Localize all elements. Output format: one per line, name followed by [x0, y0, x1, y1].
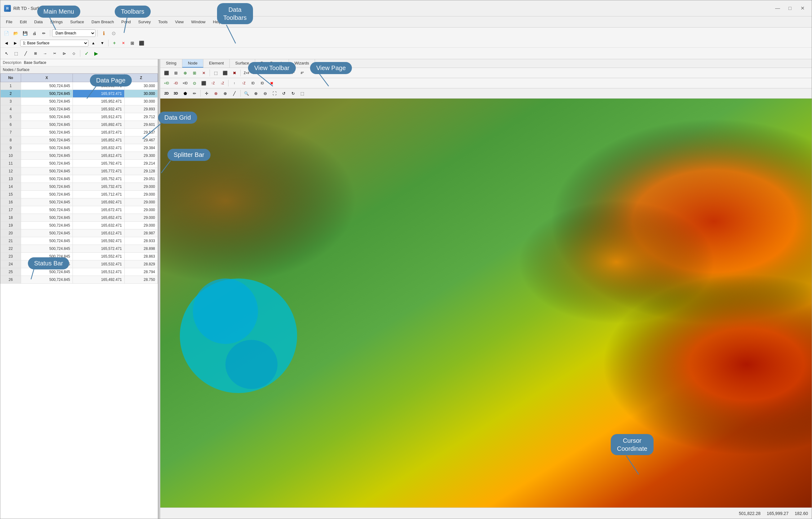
table-row[interactable]: 9500,724.845165,832.47129.384 — [1, 144, 158, 152]
id-z-btn1[interactable]: Z+# — [242, 69, 251, 77]
z-up-btn[interactable]: ↑Z — [209, 79, 218, 87]
table-row[interactable]: 5500,724.845165,912.47129.712 — [1, 113, 158, 121]
table-row[interactable]: 26500,724.845165,492.47128.750 — [1, 276, 158, 284]
menu-pond[interactable]: Pond — [118, 18, 134, 25]
add-node-button[interactable]: + — [110, 39, 118, 47]
id-btn3[interactable]: #° — [279, 69, 288, 77]
node-3d-btn[interactable]: ⬛ — [162, 69, 171, 77]
menu-edit[interactable]: Edit — [17, 18, 30, 25]
table-row[interactable]: 21500,724.845165,592.47128.933 — [1, 237, 158, 245]
snap-tool[interactable]: ◇ — [69, 49, 78, 57]
maximize-button[interactable]: □ — [784, 4, 795, 13]
table-row[interactable]: 18500,724.845165,652.47129.000 — [1, 214, 158, 222]
extend-tool[interactable]: ⊳ — [60, 49, 68, 57]
back-button[interactable]: ◀ — [2, 39, 10, 47]
3d-view-btn[interactable]: 3D — [171, 89, 180, 97]
id-btn4[interactable]: #° — [289, 69, 297, 77]
2d-view-btn[interactable]: 2D — [162, 89, 171, 97]
nav-down-button[interactable]: ▼ — [98, 39, 106, 47]
zoom-out-btn[interactable]: ⊖ — [261, 89, 269, 97]
menu-view[interactable]: View — [172, 18, 187, 25]
delete-node-button[interactable]: ✕ — [119, 39, 127, 47]
table-row[interactable]: 10500,724.845165,812.47129.300 — [1, 152, 158, 160]
table-row[interactable]: 17500,724.845165,672.47129.000 — [1, 206, 158, 214]
select-box-tool[interactable]: ⬚ — [12, 49, 21, 57]
snap-remove-btn[interactable]: ⊗ — [211, 89, 220, 97]
save-button[interactable]: 💾 — [21, 29, 29, 37]
run-button[interactable]: ▶ — [92, 49, 100, 57]
node-del-btn[interactable]: ✕ — [199, 69, 208, 77]
table-row[interactable]: 13500,724.845165,752.47129.051 — [1, 175, 158, 183]
pt-id-btn[interactable]: ID — [249, 79, 257, 87]
zoom-fit-btn[interactable]: ⛶ — [270, 89, 279, 97]
table-row[interactable]: 20500,724.845165,612.47128.987 — [1, 229, 158, 237]
toggle-button[interactable]: ⊙ — [109, 29, 118, 37]
zoom-box-btn[interactable]: 🔍 — [242, 89, 251, 97]
trim-tool[interactable]: ✂ — [50, 49, 59, 57]
id-btn5[interactable]: #° — [298, 69, 307, 77]
z-dn-btn[interactable]: ↓Z — [218, 79, 227, 87]
polygon-btn[interactable]: ⬟ — [181, 89, 190, 97]
table-row[interactable]: 24500,724.845165,532.47128.829 — [1, 260, 158, 268]
pan-tool[interactable]: ⊞ — [31, 49, 40, 57]
table-row[interactable]: 11500,724.845165,792.47129.214 — [1, 160, 158, 167]
tab-string[interactable]: String — [160, 59, 182, 67]
sub-id-btn[interactable]: -ID — [171, 79, 180, 87]
menu-window[interactable]: Window — [188, 18, 209, 25]
crosshair-btn[interactable]: ✛ — [202, 89, 211, 97]
map-canvas[interactable] — [160, 98, 812, 508]
open-button[interactable]: 📂 — [11, 29, 20, 37]
layers-btn[interactable]: ⬚ — [298, 89, 307, 97]
tab-surface[interactable]: Surface — [230, 59, 255, 67]
menu-dam-breach[interactable]: Dam Breach — [88, 18, 117, 25]
table-row[interactable]: 3500,724.845165,952.47130.000 — [1, 98, 158, 106]
table-row[interactable]: 15500,724.845165,712.47129.000 — [1, 191, 158, 198]
table-row[interactable]: 23500,724.845165,552.47128.863 — [1, 253, 158, 260]
eraser-btn[interactable]: ✏ — [190, 89, 199, 97]
snap-add-btn[interactable]: ⊕ — [221, 89, 229, 97]
menu-surface[interactable]: Surface — [67, 18, 87, 25]
table-row[interactable]: 6500,724.845165,892.47129.601 — [1, 121, 158, 129]
zoom-prev-btn[interactable]: ↺ — [279, 89, 288, 97]
table-row[interactable]: 25500,724.845165,512.47128.794 — [1, 268, 158, 276]
tab-element[interactable]: Element — [203, 59, 230, 67]
info-button[interactable]: ℹ — [99, 29, 108, 37]
menu-data[interactable]: Data — [31, 18, 46, 25]
edit-button[interactable]: ✏ — [39, 29, 48, 37]
pt-id2-btn[interactable]: ID — [258, 79, 267, 87]
table-row[interactable]: 22500,724.845165,572.47128.898 — [1, 245, 158, 253]
del-x-btn[interactable]: ✖ — [267, 79, 276, 87]
minimize-button[interactable]: — — [772, 4, 783, 13]
select-tool[interactable]: ↖ — [2, 49, 11, 57]
node-del2-btn[interactable]: ✖ — [230, 69, 239, 77]
check-button[interactable]: ✓ — [82, 49, 91, 57]
tab-wizards[interactable]: Wizards — [289, 59, 315, 67]
green-circle-btn[interactable]: ⊙ — [190, 79, 199, 87]
tab-dam-breach[interactable]: Dam Breach — [255, 59, 289, 67]
node-select2-btn[interactable]: ⬛ — [221, 69, 229, 77]
menu-help[interactable]: Help — [210, 18, 225, 25]
nav-up-button[interactable]: ▲ — [89, 39, 97, 47]
id-btn1[interactable]: # — [261, 69, 269, 77]
menu-file[interactable]: File — [3, 18, 16, 25]
zoom-in-btn[interactable]: ⊕ — [252, 89, 260, 97]
add-id-btn[interactable]: +ID — [162, 79, 171, 87]
tab-node[interactable]: Node — [182, 59, 203, 67]
grid-button[interactable]: ⊞ — [128, 39, 137, 47]
up-z-btn[interactable]: ↑Z — [239, 79, 248, 87]
node-add2-btn[interactable]: ⊞ — [190, 69, 199, 77]
zoom-next-btn[interactable]: ↻ — [289, 89, 297, 97]
table-row[interactable]: 2500,724.845165,972.47130.000 — [1, 90, 158, 98]
forward-button[interactable]: ▶ — [11, 39, 19, 47]
surface-selector[interactable]: 1: Base Surface — [20, 40, 88, 47]
mode-dropdown[interactable]: Dam Breach — [52, 29, 95, 37]
menu-survey[interactable]: Survey — [135, 18, 154, 25]
table-row[interactable]: 1500,724.845165,992.47130.000 — [1, 82, 158, 90]
table-row[interactable]: 14500,724.845165,732.47129.000 — [1, 183, 158, 191]
data-grid[interactable]: No X Y Z 1500,724.845165,992.47130.00025… — [0, 74, 158, 519]
table-row[interactable]: 7500,724.845165,872.47129.537 — [1, 129, 158, 137]
move-tool[interactable]: → — [40, 49, 49, 57]
x-id-btn[interactable]: ×ID — [181, 79, 190, 87]
table-row[interactable]: 4500,724.845165,932.47129.893 — [1, 106, 158, 113]
node-select-btn[interactable]: ⬚ — [211, 69, 220, 77]
